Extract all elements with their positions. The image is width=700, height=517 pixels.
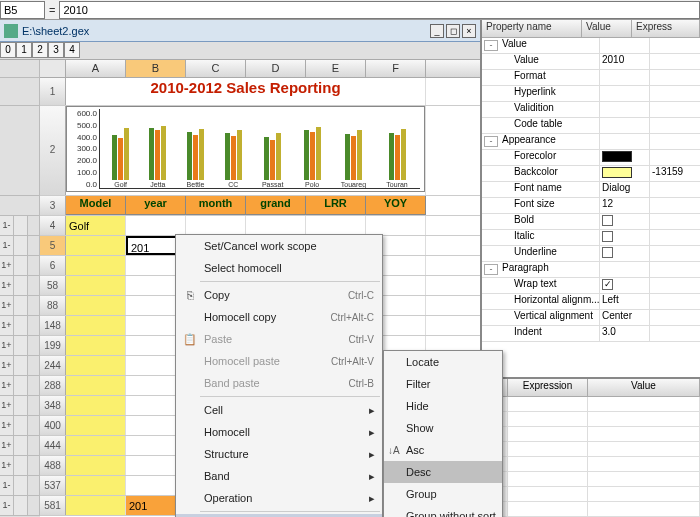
- checkbox[interactable]: ✓: [602, 279, 613, 290]
- column-header-D[interactable]: D: [246, 60, 306, 77]
- row-header[interactable]: 6: [40, 256, 66, 275]
- ctx-set-cancel-work-scope[interactable]: Set/Cancel work scope: [176, 235, 382, 257]
- property-horizontal-alignm-[interactable]: Horizontal alignm...Left: [482, 294, 700, 310]
- row-header[interactable]: 58: [40, 276, 66, 295]
- cell[interactable]: [66, 436, 126, 455]
- checkbox[interactable]: [602, 215, 613, 226]
- color-swatch[interactable]: [602, 167, 632, 178]
- row-header[interactable]: 199: [40, 336, 66, 355]
- sheet-tab-4[interactable]: 4: [64, 42, 80, 58]
- submenu-hide[interactable]: Hide: [384, 395, 502, 417]
- expression-row[interactable]: 2: [482, 412, 700, 427]
- cell[interactable]: [126, 216, 186, 235]
- property-backcolor[interactable]: Backcolor-13159: [482, 166, 700, 182]
- row-header[interactable]: 5: [40, 236, 66, 255]
- row-header[interactable]: 581: [40, 496, 66, 515]
- expression-row[interactable]: 4: [482, 442, 700, 457]
- property-validition[interactable]: Validition: [482, 102, 700, 118]
- cell[interactable]: [66, 316, 126, 335]
- cell[interactable]: [66, 356, 126, 375]
- cell[interactable]: [366, 216, 426, 235]
- cell[interactable]: [246, 216, 306, 235]
- property-hyperlink[interactable]: Hyperlink: [482, 86, 700, 102]
- close-icon[interactable]: ×: [462, 24, 476, 38]
- property-font-name[interactable]: Font nameDialog: [482, 182, 700, 198]
- submenu-desc[interactable]: Desc: [384, 461, 502, 483]
- expression-row[interactable]: 3: [482, 427, 700, 442]
- column-header-B[interactable]: B: [126, 60, 186, 77]
- row-header[interactable]: 537: [40, 476, 66, 495]
- cell[interactable]: Golf: [66, 216, 126, 235]
- cell[interactable]: [66, 476, 126, 495]
- ctx-structure[interactable]: Structure▸: [176, 443, 382, 465]
- cell-reference-input[interactable]: [0, 1, 45, 19]
- cell[interactable]: [66, 496, 126, 515]
- expression-row[interactable]: 8: [482, 502, 700, 517]
- minimize-icon[interactable]: _: [430, 24, 444, 38]
- row-header[interactable]: 288: [40, 376, 66, 395]
- property-wrap-text[interactable]: Wrap text✓: [482, 278, 700, 294]
- row-header[interactable]: 400: [40, 416, 66, 435]
- cell[interactable]: [66, 456, 126, 475]
- submenu-group-without-sort[interactable]: Group without sort: [384, 505, 502, 517]
- column-header-F[interactable]: F: [366, 60, 426, 77]
- row-header[interactable]: 244: [40, 356, 66, 375]
- cell[interactable]: [306, 216, 366, 235]
- ctx-paste[interactable]: 📋PasteCtrl-V: [176, 328, 382, 350]
- row-header[interactable]: 148: [40, 316, 66, 335]
- cell[interactable]: [186, 216, 246, 235]
- column-header-E[interactable]: E: [306, 60, 366, 77]
- submenu-filter[interactable]: Filter: [384, 373, 502, 395]
- ctx-select-homocell[interactable]: Select homocell: [176, 257, 382, 279]
- sheet-tab-2[interactable]: 2: [32, 42, 48, 58]
- cell[interactable]: [66, 256, 126, 275]
- property-code-table[interactable]: Code table: [482, 118, 700, 134]
- cell[interactable]: [66, 416, 126, 435]
- cell[interactable]: [66, 296, 126, 315]
- context-menu[interactable]: Set/Cancel work scopeSelect homocell⎘Cop…: [175, 234, 383, 517]
- tree-toggle-icon[interactable]: -: [484, 136, 498, 147]
- column-header-C[interactable]: C: [186, 60, 246, 77]
- row-header[interactable]: 444: [40, 436, 66, 455]
- submenu-locate[interactable]: Locate: [384, 351, 502, 373]
- property-underline[interactable]: Underline: [482, 246, 700, 262]
- ctx-copy[interactable]: ⎘CopyCtrl-C: [176, 284, 382, 306]
- ctx-band-paste[interactable]: Band pasteCtrl-B: [176, 372, 382, 394]
- checkbox[interactable]: [602, 247, 613, 258]
- property-font-size[interactable]: Font size12: [482, 198, 700, 214]
- checkbox[interactable]: [602, 231, 613, 242]
- row-header[interactable]: 348: [40, 396, 66, 415]
- property-bold[interactable]: Bold: [482, 214, 700, 230]
- property-forecolor[interactable]: Forecolor: [482, 150, 700, 166]
- cell[interactable]: [66, 396, 126, 415]
- row-header[interactable]: 4: [40, 216, 66, 235]
- expression-row[interactable]: 5: [482, 457, 700, 472]
- cell[interactable]: [66, 236, 126, 255]
- property-format[interactable]: Format: [482, 70, 700, 86]
- submenu-group[interactable]: Group: [384, 483, 502, 505]
- formula-input[interactable]: [59, 1, 700, 19]
- ctx-operation[interactable]: Operation▸: [176, 487, 382, 509]
- submenu-show[interactable]: Show: [384, 417, 502, 439]
- ctx-band[interactable]: Band▸: [176, 465, 382, 487]
- expression-row[interactable]: 7: [482, 487, 700, 502]
- ctx-homocell-copy[interactable]: Homocell copyCtrl+Alt-C: [176, 306, 382, 328]
- sheet-tab-1[interactable]: 1: [16, 42, 32, 58]
- document-tab[interactable]: E:\sheet2.gex _ ◻ ×: [0, 20, 480, 42]
- column-header-A[interactable]: A: [66, 60, 126, 77]
- ctx-homocell[interactable]: Homocell▸: [176, 421, 382, 443]
- property-vertical-alignment[interactable]: Vertical alignmentCenter: [482, 310, 700, 326]
- maximize-icon[interactable]: ◻: [446, 24, 460, 38]
- submenu-asc[interactable]: ↓AAsc: [384, 439, 502, 461]
- color-swatch[interactable]: [602, 151, 632, 162]
- property-italic[interactable]: Italic: [482, 230, 700, 246]
- quick-operation-submenu[interactable]: LocateFilterHideShow↓AAscDescGroupGroup …: [383, 350, 503, 517]
- row-header[interactable]: 488: [40, 456, 66, 475]
- tree-toggle-icon[interactable]: -: [484, 40, 498, 51]
- property-value[interactable]: Value2010: [482, 54, 700, 70]
- property-indent[interactable]: Indent3.0: [482, 326, 700, 342]
- cell[interactable]: [66, 376, 126, 395]
- cell[interactable]: [66, 276, 126, 295]
- sheet-tab-0[interactable]: 0: [0, 42, 16, 58]
- cell[interactable]: [66, 336, 126, 355]
